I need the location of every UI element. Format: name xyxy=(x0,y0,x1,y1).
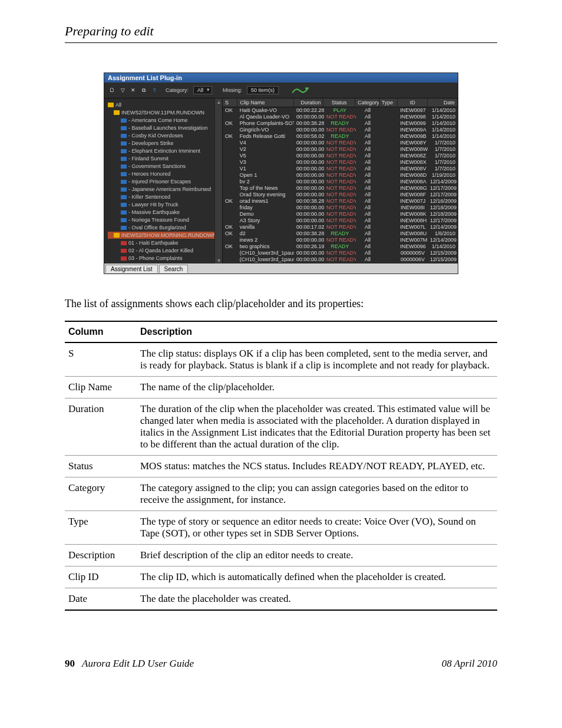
grid-header: SClip NameDurationStatusCategoryTypeIDDa… xyxy=(223,98,458,107)
category-select[interactable]: All xyxy=(193,86,212,94)
tree-item[interactable]: - Americans Come Home xyxy=(108,117,220,124)
grid-row[interactable]: Demo00:00:00.00NOT READYAllINEW008K12/18… xyxy=(223,211,458,218)
bottom-tabs: Assignment List Search xyxy=(104,263,458,274)
tab-search[interactable]: Search xyxy=(159,265,189,273)
grid-row[interactable]: Al Qaeda Leader-VO00:00:00.00NOT READYAl… xyxy=(223,114,458,120)
table-row: StatusMOS status: matches the NCS status… xyxy=(65,456,497,477)
grid-row[interactable]: Open 100:00:00.00NOT READYAllINEW008D1/1… xyxy=(223,172,458,179)
column-description: The duration of the clip when the placeh… xyxy=(137,398,497,456)
grid-column-header[interactable]: Status xyxy=(323,98,355,107)
table-row: Clip IDThe clip ID, which is automatical… xyxy=(65,566,497,588)
doc-date: 08 April 2010 xyxy=(442,658,497,670)
table-row: DescriptionBrief description of the clip… xyxy=(65,545,497,566)
grid-row[interactable]: (CH10_lower3rd_1pause) Viru…00:00:00.00N… xyxy=(223,256,458,263)
grid-row[interactable]: OKPhone Complaints-SOT00:00:38.28READYAl… xyxy=(223,120,458,127)
grid-column-header[interactable]: Type xyxy=(379,98,398,107)
grid-row[interactable]: V500:00:00.00NOT READYAllINEW008Z1/7/201… xyxy=(223,153,458,159)
grid-row[interactable]: OKtwo graphics00:00:26.19READYAllINEW009… xyxy=(223,243,458,250)
doc-title: Aurora Edit LD User Guide xyxy=(82,658,194,669)
page-title: Preparing to edit xyxy=(65,24,497,43)
toolbar: 🗋 ▽ ✕ ⧉ ? Category: All Missing: 50 item… xyxy=(104,83,458,98)
page-footer: 90Aurora Edit LD User Guide 08 April 201… xyxy=(65,658,497,670)
table-head-description: Description xyxy=(137,321,497,342)
tree-item[interactable]: INEWS2/SHOW.11PM.RUNDOWN xyxy=(108,109,220,116)
grid-column-header[interactable]: Clip Name xyxy=(237,98,293,107)
tree-item[interactable]: - Lawyer Hit by Truck xyxy=(108,201,220,208)
grid-row[interactable]: OKvanilla00:00:17.02NOT READYAllINEW007L… xyxy=(223,224,458,230)
grid-row[interactable]: V300:00:00.00NOT READYAllINEW008X1/7/201… xyxy=(223,159,458,166)
grid-row[interactable]: bv 200:00:00.00NOT READYAllINEW008A12/14… xyxy=(223,179,458,185)
grid-column-header[interactable]: Duration xyxy=(294,98,324,107)
tree-item[interactable]: - Killer Sentenced xyxy=(108,193,220,200)
grid-row[interactable]: OKFeds Release Gotti00:00:58.02READYAllI… xyxy=(223,133,458,140)
table-row: DurationThe duration of the clip when th… xyxy=(65,398,497,456)
tree-item[interactable]: - Noriega Treasure Found xyxy=(108,216,220,223)
grid-row[interactable]: Gingrich-VO00:00:00.00NOT READYAllINEW00… xyxy=(223,127,458,133)
grid-row[interactable]: (CH10_lower3rd_1pause) Viru…00:00:00.00N… xyxy=(223,250,458,256)
tree-scrollbar[interactable]: ▴▾ xyxy=(214,98,222,263)
column-name: Date xyxy=(65,588,137,611)
missing-label: Missing: xyxy=(223,87,242,93)
tree-item[interactable]: INEWS2/SHOW.MORNING.RUNDOWN xyxy=(108,232,220,239)
tree-item[interactable]: - Government Sanctions xyxy=(108,163,220,170)
column-name: Description xyxy=(65,545,137,566)
table-row: CategoryThe category assigned to the cli… xyxy=(65,477,497,511)
tree-item[interactable]: - Injured Prisoner Escapes xyxy=(108,178,220,185)
intro-text: The list of assignments shows each clip/… xyxy=(65,298,497,310)
column-description: Brief description of the clip an editor … xyxy=(137,545,497,566)
page-number: 90 xyxy=(65,658,75,669)
tab-assignment-list[interactable]: Assignment List xyxy=(105,265,158,273)
table-row: DateThe date the placeholder was created… xyxy=(65,588,497,611)
tree-item[interactable]: - Finland Summit xyxy=(108,155,220,162)
grid-row[interactable]: inews 200:00:00.00NOT READYAllINEW007M12… xyxy=(223,237,458,243)
column-description: The type of story or sequence an editor … xyxy=(137,511,497,545)
column-name: Duration xyxy=(65,398,137,456)
grid-panel: SClip NameDurationStatusCategoryTypeIDDa… xyxy=(223,98,458,263)
grid-row[interactable]: OKorad inews100:00:38.28NOT READYAllINEW… xyxy=(223,198,458,205)
copy-icon[interactable]: ⧉ xyxy=(140,86,148,94)
grid-row[interactable]: friday00:00:00.00NOT READYAllINEW008I12/… xyxy=(223,205,458,211)
table-row: SThe clip status: displays OK if a clip … xyxy=(65,342,497,377)
tree-panel: AllINEWS2/SHOW.11PM.RUNDOWN- Americans C… xyxy=(104,98,223,263)
column-description: MOS status: matches the NCS status. Incl… xyxy=(137,456,497,477)
tree-item[interactable]: - Massive Earthquake xyxy=(108,209,220,216)
tree-item[interactable]: - Oval Office Burglarized xyxy=(108,224,220,231)
new-icon[interactable]: 🗋 xyxy=(108,86,116,94)
filter-icon[interactable]: ▽ xyxy=(118,86,127,94)
column-name: Type xyxy=(65,511,137,545)
grid-row[interactable]: fourene_lower3rd:BREAKING00:00:00.00NOT … xyxy=(223,263,458,263)
tree-item[interactable]: 01 - Haiti Earthquake xyxy=(108,239,220,246)
tree-item[interactable]: 03 - Phone Complaints xyxy=(108,255,220,262)
grid-column-header[interactable]: Date xyxy=(428,98,458,107)
grid-row[interactable]: OKHaiti Quake-VO00:00:22.28PLAYAllINEW00… xyxy=(223,107,458,114)
column-description: The clip ID, which is automatically defi… xyxy=(137,566,497,588)
grid-column-header[interactable]: ID xyxy=(398,98,428,107)
grid-row[interactable]: OKd200:00:38.28READYAllINEW008U1/6/2010 xyxy=(223,230,458,237)
column-description: The date the placeholder was created. xyxy=(137,588,497,611)
tree-item[interactable]: - Developers Strike xyxy=(108,140,220,147)
tree-item[interactable]: All xyxy=(108,101,220,108)
grid-row[interactable]: A3 Story00:00:00.00NOT READYAllINEW008H1… xyxy=(223,218,458,224)
grid-row[interactable]: V200:00:00.00NOT READYAllINEW008W1/7/201… xyxy=(223,146,458,153)
tree-item[interactable]: - Japanese Americans Reimbursed xyxy=(108,186,220,193)
tree-item[interactable]: - Cosby Kid Overdoses xyxy=(108,132,220,139)
window-title: Assignment List Plug-in xyxy=(104,73,458,83)
grid-column-header[interactable]: S xyxy=(223,98,237,107)
column-name: Clip Name xyxy=(65,377,137,398)
help-icon[interactable]: ? xyxy=(150,86,158,94)
tree-item[interactable]: 04 - Gingrich Controversy xyxy=(108,262,220,263)
close-icon[interactable]: ✕ xyxy=(129,86,137,94)
grid-row[interactable]: Top of the News00:00:00.00NOT READYAllIN… xyxy=(223,185,458,192)
grassvalley-logo-icon xyxy=(292,84,309,96)
column-name: Category xyxy=(65,477,137,511)
tree-item[interactable]: - Heroes Honored xyxy=(108,170,220,177)
grid-row[interactable]: V100:00:00.00NOT READYAllINEW008V1/7/201… xyxy=(223,166,458,172)
table-head-column: Column xyxy=(65,321,137,342)
grid-row[interactable]: V400:00:00.00NOT READYAllINEW008Y1/7/201… xyxy=(223,140,458,146)
grid-row[interactable]: Orad Story evening00:00:00.00NOT READYAl… xyxy=(223,192,458,198)
grid-column-header[interactable]: Category xyxy=(355,98,379,107)
tree-item[interactable]: - Elephant Extinction Imminent xyxy=(108,147,220,154)
column-name: Clip ID xyxy=(65,566,137,588)
tree-item[interactable]: 02 - Al Qaeda Leader Killed xyxy=(108,247,220,254)
tree-item[interactable]: - Baseball Launches Investigation xyxy=(108,124,220,131)
